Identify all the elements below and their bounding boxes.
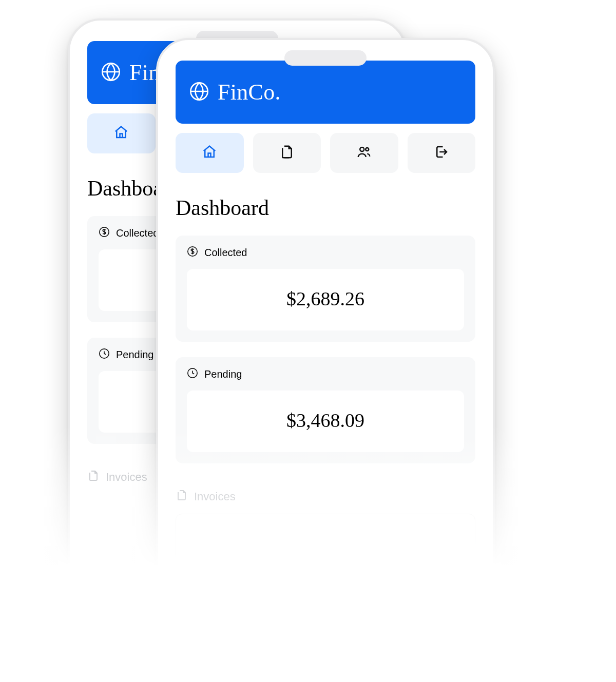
nav-tab-home[interactable] bbox=[176, 133, 244, 173]
nav-tab-customers[interactable] bbox=[330, 133, 398, 173]
card-pending-label: Pending bbox=[204, 368, 242, 380]
clock-icon bbox=[99, 348, 110, 362]
nav-tab-documents[interactable] bbox=[253, 133, 321, 173]
globe-icon bbox=[189, 81, 209, 104]
home-icon bbox=[113, 125, 129, 142]
card-collected-label: Collected bbox=[204, 247, 247, 259]
documents-icon bbox=[87, 470, 100, 485]
card-pending-value: $3,468.09 bbox=[187, 391, 464, 452]
section-invoices-label: Invoices bbox=[106, 471, 147, 484]
card-pending-label: Pending bbox=[116, 349, 153, 361]
invoices-placeholder bbox=[176, 514, 475, 575]
signout-icon bbox=[434, 144, 449, 162]
clock-icon bbox=[187, 367, 198, 381]
card-collected-value: $2,689.26 bbox=[187, 269, 464, 330]
dollar-icon bbox=[187, 246, 198, 260]
documents-icon bbox=[176, 489, 188, 504]
globe-icon bbox=[101, 62, 121, 84]
card-collected: Collected $2,689.26 bbox=[176, 236, 475, 342]
svg-point-8 bbox=[360, 147, 364, 151]
dollar-icon bbox=[99, 226, 110, 240]
card-collected-label: Collected bbox=[116, 227, 159, 239]
nav-tabs bbox=[176, 133, 475, 173]
section-invoices-label: Invoices bbox=[194, 490, 236, 503]
section-invoices: Invoices bbox=[176, 489, 475, 504]
brand-name: FinCo. bbox=[218, 79, 281, 105]
home-icon bbox=[202, 144, 217, 162]
phone-notch bbox=[284, 50, 367, 66]
phone-mockup-front: FinCo. Dashboard Collected $2,689.26 bbox=[156, 38, 495, 682]
nav-tab-signout[interactable] bbox=[408, 133, 476, 173]
users-icon bbox=[356, 144, 372, 162]
svg-point-9 bbox=[366, 148, 369, 151]
nav-tab-home[interactable] bbox=[87, 113, 156, 153]
page-title: Dashboard bbox=[176, 196, 475, 220]
brand-header: FinCo. bbox=[176, 61, 475, 124]
card-pending: Pending $3,468.09 bbox=[176, 357, 475, 463]
documents-icon bbox=[279, 144, 295, 162]
